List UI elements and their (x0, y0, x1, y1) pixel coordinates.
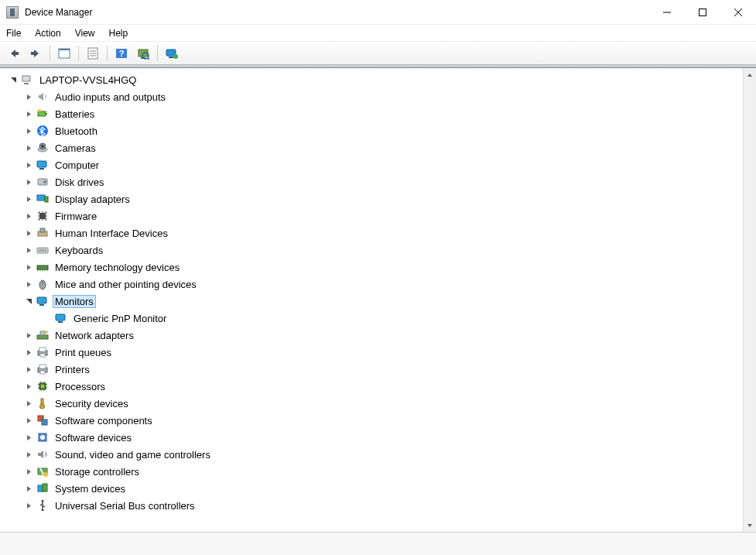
toolbar-properties-button[interactable] (84, 44, 102, 63)
scroll-track[interactable] (744, 81, 756, 519)
expand-toggle[interactable] (23, 281, 34, 288)
mouse-icon (36, 277, 50, 291)
tree-category[interactable]: Software components (8, 412, 743, 429)
expand-toggle[interactable] (23, 485, 34, 492)
menu-file[interactable]: File (6, 28, 21, 39)
keyboard-icon (36, 243, 50, 257)
expand-toggle[interactable] (23, 451, 34, 458)
security-icon (36, 396, 50, 410)
camera-icon (36, 141, 50, 155)
svg-rect-31 (39, 213, 46, 219)
svg-rect-26 (39, 168, 44, 170)
svg-rect-42 (37, 335, 48, 339)
close-button[interactable] (720, 1, 756, 24)
expand-toggle[interactable] (23, 162, 34, 169)
expand-toggle[interactable] (23, 111, 34, 118)
tree-category[interactable]: Sound, video and game controllers (8, 446, 743, 463)
svg-point-15 (173, 54, 178, 59)
tree-category[interactable]: Keyboards (8, 242, 743, 259)
toolbar-scan-button[interactable] (134, 44, 152, 63)
tree-category[interactable]: Memory technology devices (8, 259, 743, 276)
expand-toggle[interactable] (23, 383, 34, 390)
expand-toggle[interactable] (23, 502, 34, 509)
tree-category-label: Computer (53, 159, 101, 171)
expand-toggle[interactable] (23, 264, 34, 271)
display-adapter-icon (36, 192, 50, 206)
tree-category[interactable]: Cameras (8, 139, 743, 156)
expand-toggle[interactable] (23, 145, 34, 152)
menu-action[interactable]: Action (35, 28, 60, 39)
toolbar-monitor-action-button[interactable] (162, 44, 181, 63)
svg-text:?: ? (119, 49, 125, 58)
expand-toggle[interactable] (23, 434, 34, 441)
svg-point-60 (43, 472, 48, 477)
menu-view[interactable]: View (75, 28, 95, 39)
bluetooth-icon (36, 124, 50, 138)
menu-help[interactable]: Help (109, 28, 128, 39)
expand-toggle[interactable] (23, 247, 34, 254)
tree-category[interactable]: Software devices (8, 429, 743, 446)
tree-category[interactable]: Printers (8, 361, 743, 378)
expand-toggle[interactable] (23, 366, 34, 373)
maximize-button[interactable] (685, 1, 720, 24)
tree-category[interactable]: Human Interface Devices (8, 224, 743, 242)
cpu-icon (36, 379, 50, 393)
expand-toggle[interactable] (8, 77, 19, 84)
tree-category[interactable]: Monitors (8, 293, 743, 310)
tree-category-label: Security devices (53, 398, 131, 409)
toolbar-help-button[interactable]: ? (112, 44, 131, 63)
scroll-down-button[interactable] (744, 519, 756, 532)
memory-icon (36, 260, 50, 274)
tree-category[interactable]: Display adapters (8, 190, 743, 207)
tree-category[interactable]: Mice and other pointing devices (8, 276, 743, 293)
battery-icon (36, 107, 50, 121)
svg-rect-39 (39, 304, 44, 306)
monitor-icon (36, 294, 50, 308)
scroll-up-button[interactable] (744, 68, 756, 81)
svg-point-20 (38, 109, 41, 112)
chip-icon (36, 209, 50, 223)
expand-toggle[interactable] (23, 213, 34, 220)
tree-category[interactable]: Print queues (8, 344, 743, 361)
svg-point-28 (43, 180, 46, 183)
svg-point-24 (41, 145, 44, 148)
tree-category-label: Batteries (53, 108, 97, 120)
tree-category[interactable]: Storage controllers (8, 463, 743, 480)
expand-toggle[interactable] (23, 400, 34, 407)
toolbar-back-button[interactable] (5, 44, 23, 63)
printer-icon (36, 345, 50, 359)
tree-category[interactable]: System devices (8, 480, 743, 497)
hid-icon (36, 226, 50, 240)
tree-category[interactable]: Firmware (8, 207, 743, 224)
tree-category-label: Keyboards (53, 245, 105, 256)
minimize-button[interactable] (649, 1, 685, 24)
expand-toggle[interactable] (23, 417, 34, 424)
expand-toggle[interactable] (23, 332, 34, 339)
device-tree[interactable]: LAPTOP-VVSL4HGQAudio inputs and outputsB… (0, 68, 743, 532)
tree-category[interactable]: Batteries (8, 105, 743, 122)
vertical-scrollbar[interactable] (743, 68, 756, 532)
tree-category[interactable]: Network adapters (8, 327, 743, 344)
tree-category[interactable]: Processors (8, 378, 743, 395)
expand-toggle[interactable] (23, 298, 34, 305)
tree-category[interactable]: Universal Serial Bus controllers (8, 497, 743, 514)
tree-category-label: Cameras (53, 142, 98, 154)
tree-category-label: Monitors (53, 295, 96, 308)
svg-rect-16 (22, 76, 30, 81)
tree-category[interactable]: Audio inputs and outputs (8, 88, 743, 105)
tree-category[interactable]: Security devices (8, 395, 743, 412)
expand-toggle[interactable] (23, 468, 34, 475)
expand-toggle[interactable] (23, 349, 34, 356)
expand-toggle[interactable] (23, 179, 34, 186)
toolbar-showhide-button[interactable] (55, 44, 74, 63)
expand-toggle[interactable] (23, 128, 34, 135)
toolbar-forward-button[interactable] (26, 44, 45, 63)
expand-toggle[interactable] (23, 230, 34, 237)
tree-device[interactable]: Generic PnP Monitor (8, 310, 743, 327)
expand-toggle[interactable] (23, 196, 34, 203)
expand-toggle[interactable] (23, 94, 34, 101)
tree-category[interactable]: Disk drives (8, 173, 743, 190)
tree-category[interactable]: Computer (8, 156, 743, 173)
tree-root-node[interactable]: LAPTOP-VVSL4HGQ (8, 71, 743, 88)
tree-category[interactable]: Bluetooth (8, 122, 743, 139)
